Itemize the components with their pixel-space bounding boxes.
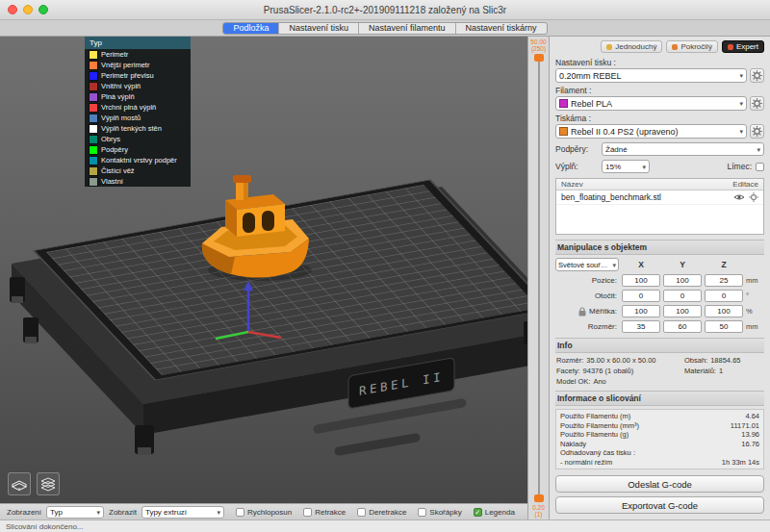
scale-x-input[interactable] — [622, 305, 660, 317]
legend-item: Výplň mostů — [85, 113, 191, 123]
send-gcode-button[interactable]: Odeslat G-code — [555, 475, 764, 493]
axis-header-x: X — [622, 260, 660, 269]
printer-color-swatch — [559, 127, 568, 136]
manipulation-panel: Světové souřadnice ▾ X Y Z Pozice: mm Ot… — [555, 258, 764, 333]
view-mode-3d-button[interactable] — [8, 472, 31, 495]
scale-z-input[interactable] — [705, 305, 743, 317]
brim-label: Límec: — [727, 162, 752, 171]
info-facets-label: Facety: — [556, 367, 580, 375]
view-mode-layers-button[interactable] — [37, 472, 60, 495]
show-features-select[interactable]: Typy extruzí ▾ — [141, 506, 224, 519]
object-name-column-header: Název — [561, 180, 583, 189]
3d-viewport[interactable]: REBEL II — [0, 37, 527, 503]
infill-select[interactable]: 15% ▾ — [602, 160, 650, 173]
filament-preset-select[interactable]: Rebel PLA ▾ — [555, 96, 747, 111]
sliced-info-label: Odhadovaný čas tisku : — [560, 448, 635, 458]
view-type-select[interactable]: Typ ▾ — [46, 506, 104, 519]
sliced-info-value: 11171.01 — [731, 421, 759, 431]
layer-slider-top-handle[interactable] — [534, 54, 544, 62]
rotate-x-input[interactable] — [622, 290, 660, 302]
sliced-info-value: 16.76 — [741, 440, 759, 449]
legend-item-label: Vrchní plná výplň — [101, 103, 156, 112]
show-features-value: Typy extruzí — [145, 508, 214, 517]
rotate-y-input[interactable] — [663, 290, 702, 302]
tab-filament-settings[interactable]: Nastavení filamentu — [359, 23, 456, 34]
brim-checkbox[interactable] — [756, 163, 764, 171]
coordinates-select[interactable]: Světové souřadnice ▾ — [555, 258, 619, 271]
info-materials: Materiálů:1 — [684, 367, 763, 375]
show-label: Zobrazit — [109, 508, 137, 517]
legend-checkbox-box[interactable]: ✓ — [474, 508, 482, 517]
legend-item: Perimetr převisu — [85, 70, 191, 81]
expert-mode-label: Expert — [736, 42, 758, 51]
chevron-down-icon: ▾ — [612, 262, 616, 268]
viewport-column: REBEL II — [0, 37, 527, 519]
layers-icon — [38, 474, 58, 494]
edit-gear-icon[interactable] — [749, 192, 758, 202]
rotate-z-input[interactable] — [705, 290, 743, 302]
sliced-info-row: Odhadovaný čas tisku : — [560, 448, 759, 458]
legend-item-label: Perimetr — [101, 50, 128, 59]
info-section-header: Info — [555, 338, 764, 353]
unretractions-checkbox-box[interactable] — [357, 508, 366, 517]
mode-advanced-button[interactable]: Pokročilý — [666, 40, 717, 53]
supports-select[interactable]: Žádné ▾ — [602, 142, 764, 156]
scale-y-input[interactable] — [663, 305, 702, 317]
checkbox-unretractions[interactable]: Deretrakce — [357, 508, 406, 517]
close-window-button[interactable] — [8, 5, 17, 14]
legend-header: Typ — [85, 37, 191, 49]
legend-color-swatch — [90, 72, 97, 80]
printer-preset-select[interactable]: Rebel II 0.4 PS2 (upraveno) ▾ — [555, 124, 747, 139]
object-list[interactable]: Název Editace ben_floating_benchmark.stl — [555, 178, 764, 235]
sliced-info-value: 13.96 — [741, 430, 759, 440]
size-x-input[interactable] — [622, 320, 660, 333]
legend-item: Vnitřní výplň — [85, 81, 191, 91]
tab-plater[interactable]: Podložka — [223, 23, 279, 34]
prusaslicer-window: PrusaSlicer-2.1.0-rc2+-201909111218 zalo… — [0, 0, 770, 532]
position-z-input[interactable] — [705, 274, 743, 287]
legend-item: Obrys — [85, 134, 191, 144]
position-x-input[interactable] — [622, 274, 660, 287]
print-preset-select[interactable]: 0.20mm REBEL ▾ — [555, 68, 747, 83]
filament-settings-gear-button[interactable] — [750, 96, 764, 111]
zoom-window-button[interactable] — [38, 5, 48, 14]
size-z-input[interactable] — [705, 320, 743, 333]
tab-printer-settings[interactable]: Nastavení tiskárny — [456, 23, 547, 34]
checkbox-shells[interactable]: Skořápky — [418, 508, 461, 517]
travel-checkbox-box[interactable] — [236, 508, 244, 517]
object-list-row[interactable]: ben_floating_benchmark.stl — [556, 190, 763, 205]
print-settings-gear-button[interactable] — [750, 68, 764, 83]
size-y-input[interactable] — [663, 320, 702, 333]
tab-print-settings[interactable]: Nastavení tisku — [279, 23, 359, 34]
infill-label: Výplň: — [555, 162, 598, 171]
eye-icon[interactable] — [733, 193, 745, 201]
sliced-info-row: Náklady16.76 — [560, 440, 759, 449]
printer-settings-gear-button[interactable] — [750, 124, 764, 139]
simple-mode-icon — [606, 44, 612, 50]
checkbox-retractions[interactable]: Retrakce — [303, 508, 346, 517]
minimize-window-button[interactable] — [23, 5, 33, 14]
layer-slider[interactable]: 50.00(250) 0.20(1) — [527, 37, 549, 519]
legend-item-label: Obrys — [101, 135, 120, 143]
position-y-input[interactable] — [663, 274, 702, 287]
preview-toolbar: Zobrazení Typ ▾ Zobrazit Typy extruzí ▾ … — [0, 503, 527, 519]
checkbox-legend[interactable]: ✓ Legenda — [474, 508, 515, 517]
mode-expert-button[interactable]: Expert — [722, 40, 764, 53]
info-panel: Rozměr:35.00 x 60.00 x 50.00 Obsah:18854… — [555, 356, 764, 386]
layer-slider-bottom-handle[interactable] — [534, 494, 544, 502]
shells-checkbox-box[interactable] — [418, 508, 426, 517]
position-unit: mm — [746, 276, 763, 285]
chevron-down-icon: ▾ — [217, 509, 220, 516]
mode-simple-button[interactable]: Jednoduchý — [601, 40, 662, 53]
lock-icon[interactable] — [578, 307, 586, 317]
sliced-info-row: Použito Filamentu (mm³)11171.01 — [560, 421, 759, 431]
export-gcode-button[interactable]: Exportovat G-code — [555, 496, 764, 514]
legend-item: Vrchní plná výplň — [85, 102, 191, 113]
position-row-label: Pozice: — [555, 276, 619, 285]
retractions-checkbox-box[interactable] — [303, 508, 312, 517]
checkbox-travel[interactable]: Rychloposun — [236, 508, 292, 517]
sliced-info-section-header: Informace o slicování — [555, 391, 764, 406]
info-volume-label: Obsah: — [684, 356, 707, 365]
slider-max-label: 50.00(250) — [530, 38, 546, 52]
layer-slider-track[interactable] — [529, 54, 548, 502]
